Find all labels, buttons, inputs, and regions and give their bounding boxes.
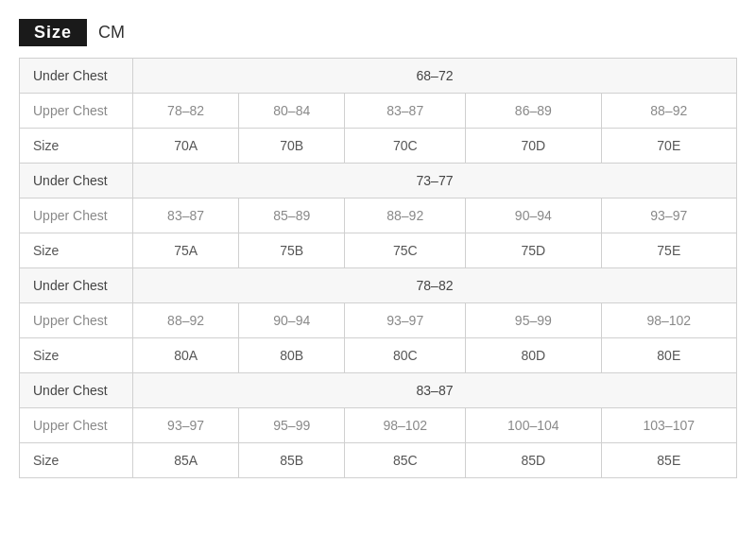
row-label-under-chest: Under Chest bbox=[20, 373, 133, 408]
upper-chest-value: 93–97 bbox=[345, 303, 466, 338]
size-value: 85D bbox=[466, 443, 601, 478]
under-chest-value: 68–72 bbox=[133, 59, 737, 94]
row-label-under-chest: Under Chest bbox=[20, 268, 133, 303]
upper-chest-value: 86–89 bbox=[466, 94, 601, 129]
size-value: 85B bbox=[239, 443, 345, 478]
size-value: 75A bbox=[133, 233, 239, 268]
chart-header: Size CM bbox=[19, 19, 737, 46]
upper-chest-row: Upper Chest83–8785–8988–9290–9493–97 bbox=[20, 198, 737, 233]
row-label-upper-chest: Upper Chest bbox=[20, 198, 133, 233]
under-chest-value: 73–77 bbox=[133, 164, 737, 198]
size-value: 80C bbox=[345, 338, 466, 373]
size-value: 85E bbox=[601, 443, 736, 478]
upper-chest-value: 85–89 bbox=[239, 198, 345, 233]
under-chest-value: 83–87 bbox=[133, 373, 737, 408]
size-label: Size bbox=[19, 19, 87, 46]
size-value: 75E bbox=[601, 233, 736, 268]
size-value: 70D bbox=[466, 129, 601, 164]
row-label-size: Size bbox=[20, 233, 133, 268]
under-chest-row: Under Chest73–77 bbox=[20, 164, 737, 198]
upper-chest-value: 103–107 bbox=[601, 408, 736, 443]
upper-chest-value: 80–84 bbox=[239, 94, 345, 129]
upper-chest-value: 78–82 bbox=[133, 94, 239, 129]
size-value: 70B bbox=[239, 129, 345, 164]
upper-chest-value: 88–92 bbox=[601, 94, 736, 129]
size-chart-container: Size CM Under Chest68–72Upper Chest78–82… bbox=[19, 19, 737, 478]
upper-chest-value: 83–87 bbox=[133, 198, 239, 233]
upper-chest-value: 93–97 bbox=[601, 198, 736, 233]
unit-label: CM bbox=[98, 23, 125, 43]
size-table: Under Chest68–72Upper Chest78–8280–8483–… bbox=[19, 58, 737, 478]
row-label-size: Size bbox=[20, 338, 133, 373]
row-label-upper-chest: Upper Chest bbox=[20, 408, 133, 443]
row-label-under-chest: Under Chest bbox=[20, 164, 133, 198]
size-value: 80E bbox=[601, 338, 736, 373]
size-value: 80B bbox=[239, 338, 345, 373]
upper-chest-value: 83–87 bbox=[345, 94, 466, 129]
size-value: 80A bbox=[133, 338, 239, 373]
size-value: 75B bbox=[239, 233, 345, 268]
row-label-upper-chest: Upper Chest bbox=[20, 94, 133, 129]
size-value: 85C bbox=[345, 443, 466, 478]
upper-chest-value: 95–99 bbox=[239, 408, 345, 443]
upper-chest-value: 88–92 bbox=[345, 198, 466, 233]
size-value: 85A bbox=[133, 443, 239, 478]
size-value: 70E bbox=[601, 129, 736, 164]
row-label-size: Size bbox=[20, 443, 133, 478]
upper-chest-value: 98–102 bbox=[345, 408, 466, 443]
upper-chest-value: 88–92 bbox=[133, 303, 239, 338]
upper-chest-value: 90–94 bbox=[466, 198, 601, 233]
row-label-under-chest: Under Chest bbox=[20, 59, 133, 94]
under-chest-row: Under Chest78–82 bbox=[20, 268, 737, 303]
size-value: 75C bbox=[345, 233, 466, 268]
size-value: 70A bbox=[133, 129, 239, 164]
under-chest-row: Under Chest83–87 bbox=[20, 373, 737, 408]
upper-chest-value: 98–102 bbox=[601, 303, 736, 338]
size-row: Size70A70B70C70D70E bbox=[20, 129, 737, 164]
upper-chest-value: 100–104 bbox=[466, 408, 601, 443]
under-chest-row: Under Chest68–72 bbox=[20, 59, 737, 94]
upper-chest-value: 90–94 bbox=[239, 303, 345, 338]
upper-chest-row: Upper Chest88–9290–9493–9795–9998–102 bbox=[20, 303, 737, 338]
size-row: Size80A80B80C80D80E bbox=[20, 338, 737, 373]
under-chest-value: 78–82 bbox=[133, 268, 737, 303]
size-value: 70C bbox=[345, 129, 466, 164]
upper-chest-row: Upper Chest78–8280–8483–8786–8988–92 bbox=[20, 94, 737, 129]
size-value: 75D bbox=[466, 233, 601, 268]
size-row: Size75A75B75C75D75E bbox=[20, 233, 737, 268]
upper-chest-value: 95–99 bbox=[466, 303, 601, 338]
size-value: 80D bbox=[466, 338, 601, 373]
size-row: Size85A85B85C85D85E bbox=[20, 443, 737, 478]
upper-chest-row: Upper Chest93–9795–9998–102100–104103–10… bbox=[20, 408, 737, 443]
row-label-upper-chest: Upper Chest bbox=[20, 303, 133, 338]
row-label-size: Size bbox=[20, 129, 133, 164]
upper-chest-value: 93–97 bbox=[133, 408, 239, 443]
